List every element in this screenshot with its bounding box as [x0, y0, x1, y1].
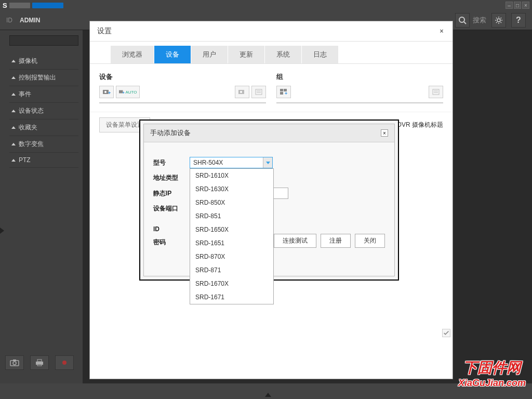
close-button[interactable]: 关闭 [355, 234, 385, 248]
svg-point-0 [459, 17, 464, 22]
watermark-line1: 下固件网 [458, 358, 526, 378]
record-button[interactable] [55, 355, 74, 370]
maximize-button[interactable]: □ [514, 2, 521, 9]
tab-log[interactable]: 日志 [302, 46, 339, 63]
sidebar-item-zoom[interactable]: 数字变焦 [9, 136, 78, 153]
sidebar: 摄像机 控制报警输出 事件 设备状态 收藏夹 数字变焦 PTZ [0, 30, 83, 383]
tab-user[interactable]: 用户 [191, 46, 228, 63]
svg-rect-20 [280, 89, 283, 91]
dropdown-option[interactable]: SRD-1651 [190, 236, 273, 250]
tab-system[interactable]: 系统 [265, 46, 302, 63]
dropdown-option[interactable]: SRD-1670X [190, 277, 273, 290]
group-list[interactable] [276, 102, 443, 103]
dropdown-option[interactable]: SRD-1671 [190, 290, 273, 304]
static-ip-label: 静态IP [153, 189, 190, 198]
sidebar-item-alarm[interactable]: 控制报警输出 [9, 70, 78, 86]
sidebar-item-label: 控制报警输出 [19, 73, 56, 82]
tab-device[interactable]: 设备 [154, 46, 191, 63]
model-combobox[interactable]: SHR-504X [190, 157, 273, 168]
svg-rect-6 [36, 362, 43, 365]
svg-text:+: + [123, 91, 125, 95]
gear-icon [495, 16, 503, 24]
dropdown-option[interactable]: SRD-871 [190, 263, 273, 277]
register-button[interactable]: 注册 [321, 234, 351, 248]
snapshot-button[interactable] [5, 355, 24, 370]
sidebar-item-favorites[interactable]: 收藏夹 [9, 119, 78, 136]
dropdown-option[interactable]: SRD-1630X [190, 182, 273, 196]
svg-point-16 [240, 91, 242, 93]
svg-point-9 [62, 361, 66, 365]
svg-point-4 [13, 362, 16, 365]
svg-rect-17 [256, 89, 262, 95]
svg-text:+: + [285, 91, 287, 96]
camera-plus-icon: + [102, 88, 111, 96]
sidebar-item-label: 设备状态 [19, 107, 44, 115]
sidebar-item-ptz[interactable]: PTZ [9, 153, 78, 168]
device-properties-button[interactable] [251, 86, 266, 98]
bottom-toolbar [5, 355, 74, 370]
sidebar-item-event[interactable]: 事件 [9, 86, 78, 103]
sidebar-item-status[interactable]: 设备状态 [9, 103, 78, 119]
expand-bottom-handle[interactable] [265, 393, 271, 397]
settings-options-button[interactable] [442, 329, 450, 337]
add-group-button[interactable]: + [276, 86, 291, 98]
svg-point-11 [104, 91, 107, 93]
expand-left-handle[interactable] [0, 228, 4, 234]
dropdown-option[interactable]: SRD-850X [190, 196, 273, 209]
connection-test-button[interactable]: 连接测试 [274, 234, 316, 248]
dropdown-option[interactable]: SRD-1650X [190, 223, 273, 236]
svg-rect-22 [280, 92, 283, 95]
group-properties-button[interactable] [429, 86, 443, 98]
settings-button[interactable] [491, 13, 506, 28]
search-button[interactable] [455, 13, 470, 28]
remove-device-button[interactable] [235, 86, 249, 98]
check-icon [443, 329, 450, 337]
search-icon [458, 16, 467, 24]
auto-label: AUTO [125, 90, 137, 95]
dropdown-option[interactable]: SRD-870X [190, 250, 273, 263]
group-column: 组 + [276, 72, 443, 103]
tab-label: 日志 [313, 50, 327, 58]
window-titlebar: S – □ × [0, 0, 532, 10]
device-column-title: 设备 [99, 72, 266, 82]
tab-label: 用户 [203, 50, 216, 58]
svg-rect-7 [37, 360, 42, 362]
id-label: ID [6, 17, 12, 24]
tab-label: 更新 [240, 50, 253, 58]
model-selected-value: SHR-504X [193, 159, 223, 166]
app-logo-blur2 [32, 3, 63, 8]
chevron-down-icon [263, 157, 272, 168]
app-logo-letter: S [3, 2, 7, 9]
dropdown-option[interactable]: SRD-1610X [190, 169, 273, 182]
camera-icon [10, 358, 19, 367]
properties-icon [432, 88, 440, 96]
manual-add-close-button[interactable]: × [381, 129, 388, 137]
close-window-button[interactable]: × [522, 2, 529, 9]
camera-remove-icon [238, 88, 246, 96]
watermark: 下固件网 XiaGuJian.com [458, 358, 526, 389]
camera-plus-icon: + [118, 89, 125, 95]
add-device-button[interactable]: + [99, 86, 114, 98]
help-button[interactable]: ? [511, 13, 526, 28]
print-button[interactable] [30, 355, 49, 370]
svg-line-1 [464, 22, 466, 24]
manual-add-device-modal: 手动添加设备 × 型号 SHR-504X 地址类型 静态IP 设备端口 ID 密… [139, 119, 399, 281]
sidebar-item-camera[interactable]: 摄像机 [9, 53, 78, 70]
minimize-button[interactable]: – [506, 2, 513, 9]
group-plus-icon: + [280, 88, 288, 96]
sidebar-item-label: 收藏夹 [19, 123, 37, 132]
settings-modal-close[interactable]: × [438, 28, 445, 35]
dropdown-option[interactable]: SRD-851 [190, 209, 273, 223]
properties-icon [255, 88, 263, 96]
id-value: ADMIN [20, 17, 40, 24]
tab-update[interactable]: 更新 [228, 46, 265, 63]
svg-rect-5 [13, 360, 16, 361]
tab-label: 设备 [166, 50, 179, 58]
tab-label: 系统 [276, 50, 290, 58]
auto-add-device-button[interactable]: +AUTO [116, 86, 140, 98]
settings-tabs: 浏览器 设备 用户 更新 系统 日志 [90, 42, 453, 64]
sidebar-search-input[interactable] [9, 35, 78, 46]
tab-browser[interactable]: 浏览器 [111, 46, 154, 63]
device-list[interactable] [99, 102, 266, 103]
addr-type-label: 地址类型 [153, 174, 190, 182]
